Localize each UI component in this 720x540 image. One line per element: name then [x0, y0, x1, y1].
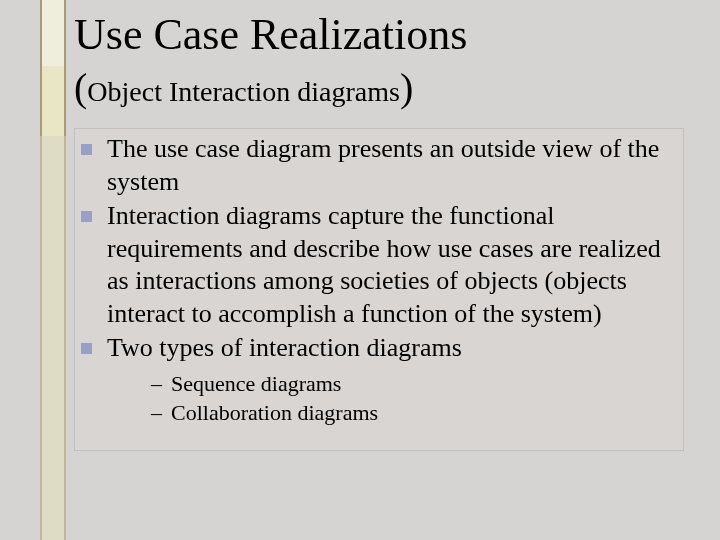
decorative-ribbon: [40, 0, 66, 540]
dash-bullet-icon: –: [151, 398, 162, 428]
sub-bullet-list: – Sequence diagrams – Collaboration diag…: [107, 369, 677, 428]
ribbon-segment: [40, 66, 66, 136]
sub-bullet-item: – Collaboration diagrams: [151, 398, 677, 428]
sub-bullet-item: – Sequence diagrams: [151, 369, 677, 399]
square-bullet-icon: [81, 211, 92, 222]
sub-bullet-text: Collaboration diagrams: [171, 400, 378, 425]
paren-close: ): [400, 65, 413, 110]
bullet-text: Two types of interaction diagrams: [107, 333, 462, 362]
bullet-text: Interaction diagrams capture the functio…: [107, 201, 661, 328]
dash-bullet-icon: –: [151, 369, 162, 399]
bullet-item: The use case diagram presents an outside…: [81, 133, 677, 198]
ribbon-segment: [40, 136, 66, 540]
bullet-item: Interaction diagrams capture the functio…: [81, 200, 677, 330]
bullet-text: The use case diagram presents an outside…: [107, 134, 659, 196]
body-text-frame: The use case diagram presents an outside…: [74, 128, 684, 451]
ribbon-segment: [40, 0, 66, 66]
bullet-item: Two types of interaction diagrams – Sequ…: [81, 332, 677, 428]
slide: Use Case Realizations (Object Interactio…: [0, 0, 720, 540]
slide-title: Use Case Realizations: [74, 12, 467, 58]
sub-bullet-text: Sequence diagrams: [171, 371, 341, 396]
square-bullet-icon: [81, 144, 92, 155]
subtitle-text: Object Interaction diagrams: [87, 76, 400, 107]
paren-open: (: [74, 65, 87, 110]
slide-subtitle: (Object Interaction diagrams): [74, 64, 413, 111]
square-bullet-icon: [81, 343, 92, 354]
bullet-list: The use case diagram presents an outside…: [81, 133, 677, 428]
